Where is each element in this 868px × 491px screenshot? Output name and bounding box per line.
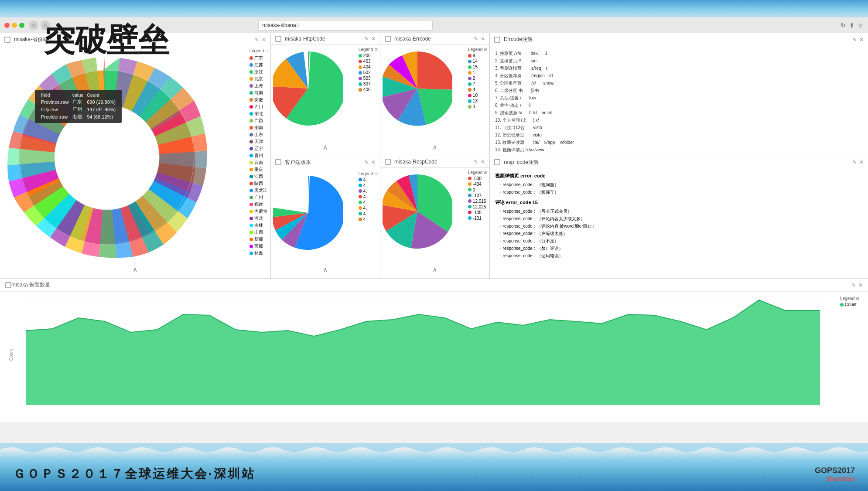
legend-ec-15: 15: [468, 65, 487, 69]
reload-icon[interactable]: ↻: [841, 22, 846, 29]
legend-item: 广州: [249, 194, 268, 201]
close-icon[interactable]: ✕: [481, 159, 485, 165]
edit-icon[interactable]: ✎: [852, 159, 857, 165]
panel-icon: [275, 159, 281, 165]
bottom-panel-header: misaka 告警数量 ✎ ✕: [0, 279, 868, 292]
errcode-annotation-header: Errcode注解 ✎ ✕: [490, 33, 868, 46]
errcode-chart-area: Legend ⊙ 9 14 15 1 2 7 4 10 13 3 ∧: [380, 45, 489, 156]
edit-icon[interactable]: ✎: [851, 282, 856, 288]
close-dot[interactable]: [4, 23, 10, 28]
scroll-up-arrow-cv[interactable]: ∧: [323, 266, 328, 274]
share-icon[interactable]: ⬆: [849, 22, 854, 29]
bottom-legend: Legend ⊙ Count: [840, 296, 859, 308]
bottom-chart-area: Count Legend ⊙ Count 500 400 300 200: [0, 292, 868, 418]
main-title: 突破壁垒: [44, 24, 169, 55]
legend-item: 上海: [249, 83, 268, 89]
respcode-title: misaka-RespCode: [394, 159, 437, 165]
legend-307: 307: [359, 82, 378, 86]
http-code-pie: [273, 47, 343, 130]
errcode-note-6: 6. 二级分区 书 新书: [495, 87, 863, 94]
panel-icon: [494, 37, 500, 43]
respcode-annotation-header: resp_code注解 ✎ ✕: [490, 156, 868, 169]
maximize-dot[interactable]: [19, 23, 24, 28]
bottom-panel-title: misaka 告警数量: [11, 281, 50, 289]
errcode-annotation-panel: Errcode注解 ✎ ✕ 1. 推荐页 /x/s dex. 1 2. 直播首页…: [490, 33, 868, 156]
errcode-legend: Legend ⊙ 9 14 15 1 2 7 4 10 13 3: [468, 47, 487, 110]
legend-item: 黑龙江: [249, 188, 268, 194]
legend-item: 吉林: [249, 222, 268, 228]
legend-400: 400: [359, 87, 378, 92]
close-icon[interactable]: ✕: [262, 37, 266, 43]
tooltip-row-2-field: City.raw: [39, 106, 71, 113]
errcode-note-4: 4. 分区推荐页 /region ild: [495, 72, 863, 79]
resp-code-desc: （频撞车）: [537, 188, 559, 196]
panel-actions: ✎ ✕: [255, 37, 266, 43]
legend-rc-12025: 12,025: [468, 205, 487, 209]
errcode-header: misaka-Errcode ✎ ✕: [380, 33, 489, 45]
errcode-title: misaka-Errcode: [394, 36, 431, 42]
tooltip-row-3-field: Provider.raw: [39, 113, 71, 120]
edit-icon[interactable]: ✎: [474, 159, 478, 165]
errcode-annotation-content: 1. 推荐页 /x/s dex. 1 2. 直播首页 // ion_ 3. 番剧…: [490, 46, 868, 156]
panel-actions: ✎ ✕: [364, 159, 376, 165]
panel-icon: [4, 37, 10, 43]
minimize-dot[interactable]: [12, 23, 17, 28]
client-version-header: 客户端版本 ✎ ✕: [271, 156, 380, 169]
errcode-panel: misaka-Errcode ✎ ✕: [380, 33, 489, 156]
edit-icon[interactable]: ✎: [474, 36, 478, 42]
edit-icon[interactable]: ✎: [852, 37, 857, 43]
legend-ec-7: 7: [468, 82, 487, 86]
middle-left-column: misaka-HttpCode ✎ ✕: [271, 33, 380, 278]
resp-code-desc: （拖间题）: [537, 181, 559, 188]
tooltip-row-1-field: Province.raw: [39, 98, 71, 106]
scroll-up-arrow[interactable]: ∧: [133, 266, 138, 274]
scroll-up-arrow-rc[interactable]: ∧: [432, 266, 437, 274]
address-bar[interactable]: misaka-kibana.l: [258, 20, 433, 31]
legend-item: 四川: [249, 104, 268, 110]
edit-icon[interactable]: ✎: [364, 36, 369, 42]
legend-rc-12016: 12,016: [468, 199, 487, 204]
legend-item: 安徽: [249, 97, 268, 103]
browser-dots: [4, 23, 24, 28]
legend-toggle-icon[interactable]: ⊙: [265, 49, 268, 53]
edit-icon[interactable]: ✎: [255, 37, 259, 43]
edit-icon[interactable]: ✎: [364, 159, 369, 165]
tooltip-header-value: value: [71, 92, 85, 98]
respcode-annotation-panel: resp_code注解 ✎ ✕ 视频详情页 error_code respons…: [490, 156, 868, 279]
scroll-up-arrow-ec[interactable]: ∧: [432, 143, 437, 151]
y-axis-label: Count: [9, 349, 14, 361]
legend-503: 503: [359, 76, 378, 81]
legend-item: 重庆: [249, 167, 268, 173]
legend-ec-1: 1: [468, 70, 487, 75]
close-icon[interactable]: ✕: [858, 282, 863, 288]
province-chart-area: Legend ⊙ 广东 江苏 浙江 北京 上海 河南 安徽 四川 湖北 广西 湖…: [0, 46, 270, 278]
legend-item: 湖北: [249, 111, 268, 117]
tooltip: field value Count Province.raw 广东 690 (1…: [35, 90, 122, 123]
client-version-pie: [273, 171, 343, 254]
errcode-annotation-list: 1. 推荐页 /x/s dex. 1 2. 直播首页 // ion_ 3. 番剧…: [495, 50, 863, 153]
video-error-title: 视频详情页 error_code: [495, 173, 863, 179]
legend-cv-1: 4.: [359, 177, 378, 182]
respcode-header: misaka-RespCode ✎ ✕: [380, 156, 489, 168]
panel-icon: [385, 36, 391, 42]
legend-item: 江苏: [249, 62, 268, 68]
legend-ec-14: 14: [468, 59, 487, 64]
scroll-up-arrow-http[interactable]: ∧: [323, 143, 328, 151]
bookmark-icon[interactable]: ☆: [858, 22, 864, 29]
client-version-chart-area: Legend ⊙ 4. 4. 4. 4. 4. 4. 4. 4. ∧: [271, 169, 380, 279]
http-legend: Legend ⊙ 200 403 404 502 503 307 400: [359, 47, 378, 93]
close-icon[interactable]: ✕: [859, 159, 864, 165]
errcode-note-13: 13. 收藏夹波源 lite/ x/app v/folder: [495, 139, 863, 146]
respcode-annotation-content: 视频详情页 error_code response_code : （拖间题） r…: [490, 169, 868, 266]
legend-item: 贵州: [249, 153, 268, 159]
back-button[interactable]: <: [29, 20, 38, 30]
close-icon[interactable]: ✕: [481, 36, 485, 42]
close-icon[interactable]: ✕: [859, 37, 864, 43]
errcode-note-3: 3. 番剧详情页 z/req r: [495, 65, 863, 72]
errcode-note-1: 1. 推荐页 /x/s dex. 1: [495, 50, 863, 57]
close-icon[interactable]: ✕: [371, 36, 376, 42]
legend-item: 甘肃: [249, 250, 268, 256]
legend-item: 福建: [249, 201, 268, 208]
close-icon[interactable]: ✕: [371, 159, 376, 165]
legend-rc--101: -101: [468, 216, 487, 221]
